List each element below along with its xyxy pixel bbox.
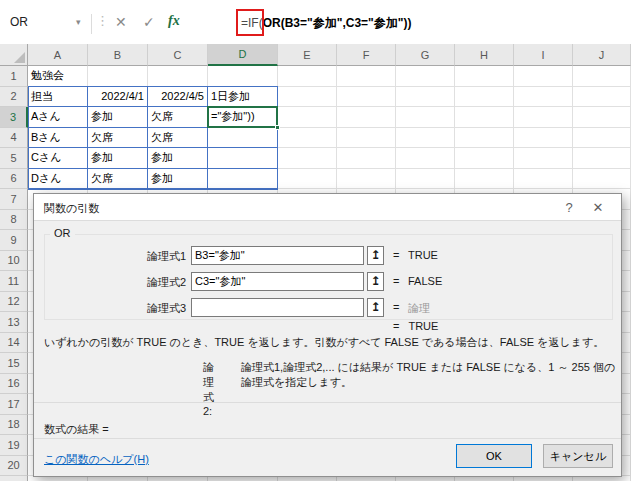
insert-function-icon[interactable]: fx xyxy=(168,13,180,29)
formula-input[interactable]: =IF(OR(B3="参加",C3="参加")) xyxy=(241,15,411,32)
fill-handle[interactable] xyxy=(275,125,280,130)
column-header-F[interactable]: F xyxy=(337,44,396,66)
column-header-I[interactable]: I xyxy=(514,44,573,66)
cell-J6[interactable] xyxy=(573,169,631,190)
cell-J5[interactable] xyxy=(573,148,631,169)
name-box[interactable]: OR xyxy=(10,15,28,29)
row-header-4[interactable]: 4 xyxy=(0,128,28,149)
cell-F4[interactable] xyxy=(337,128,396,149)
row-header-13[interactable]: 13 xyxy=(0,312,28,333)
argument-2-input[interactable] xyxy=(191,272,364,291)
cell-C4[interactable]: 欠席 xyxy=(148,128,208,149)
row-header-9[interactable]: 9 xyxy=(0,230,28,251)
cell-I4[interactable] xyxy=(514,128,573,149)
cell-B3[interactable]: 参加 xyxy=(88,107,148,128)
cell-G6[interactable] xyxy=(396,169,455,190)
cell-G4[interactable] xyxy=(396,128,455,149)
dialog-help-icon[interactable]: ? xyxy=(554,198,584,217)
cell-H5[interactable] xyxy=(455,148,514,169)
row-header-21[interactable]: 21 xyxy=(0,476,28,481)
cell-C5[interactable]: 参加 xyxy=(148,148,208,169)
column-header-D[interactable]: D xyxy=(208,44,278,66)
cell-F5[interactable] xyxy=(337,148,396,169)
row-header-14[interactable]: 14 xyxy=(0,333,28,354)
ok-button[interactable]: OK xyxy=(456,444,532,468)
row-header-6[interactable]: 6 xyxy=(0,169,28,190)
cell-A5[interactable]: Cさん xyxy=(28,148,88,169)
column-header-G[interactable]: G xyxy=(396,44,455,66)
cell-C3[interactable]: 欠席 xyxy=(148,107,208,128)
cell-J2[interactable] xyxy=(573,87,631,108)
cell-H2[interactable] xyxy=(455,87,514,108)
row-header-7[interactable]: 7 xyxy=(0,189,28,210)
cell-H6[interactable] xyxy=(455,169,514,190)
cell-E6[interactable] xyxy=(278,169,337,190)
row-header-2[interactable]: 2 xyxy=(0,87,28,108)
cell-H4[interactable] xyxy=(455,128,514,149)
cancel-button[interactable]: キャンセル xyxy=(543,444,613,468)
cell-D5[interactable] xyxy=(208,148,278,169)
cell-F2[interactable] xyxy=(337,87,396,108)
cell-E2[interactable] xyxy=(278,87,337,108)
argument-3-input[interactable] xyxy=(191,298,364,317)
cell-F3[interactable] xyxy=(337,107,396,128)
cell-B1[interactable] xyxy=(88,66,148,87)
cell-J1[interactable] xyxy=(573,66,631,87)
collapse-dialog-icon[interactable]: ↥ xyxy=(367,246,384,265)
cell-I2[interactable] xyxy=(514,87,573,108)
row-header-17[interactable]: 17 xyxy=(0,394,28,415)
cell-G3[interactable] xyxy=(396,107,455,128)
column-header-A[interactable]: A xyxy=(28,44,88,66)
dialog-close-icon[interactable]: ✕ xyxy=(583,198,613,217)
collapse-dialog-icon[interactable]: ↥ xyxy=(367,298,384,317)
column-header-J[interactable]: J xyxy=(573,44,631,66)
dialog-title-bar[interactable]: 関数の引数 ? ✕ xyxy=(34,194,621,220)
row-header-18[interactable]: 18 xyxy=(0,415,28,436)
row-header-11[interactable]: 11 xyxy=(0,271,28,292)
cell-E4[interactable] xyxy=(278,128,337,149)
cell-I3[interactable] xyxy=(514,107,573,128)
row-header-20[interactable]: 20 xyxy=(0,456,28,477)
cell-J4[interactable] xyxy=(573,128,631,149)
cell-B2[interactable]: 2022/4/1 xyxy=(88,87,148,108)
row-header-1[interactable]: 1 xyxy=(0,66,28,87)
cell-D4[interactable] xyxy=(208,128,278,149)
row-header-12[interactable]: 12 xyxy=(0,292,28,313)
cell-A4[interactable]: Bさん xyxy=(28,128,88,149)
row-header-5[interactable]: 5 xyxy=(0,148,28,169)
cell-G2[interactable] xyxy=(396,87,455,108)
cell-C2[interactable]: 2022/4/5 xyxy=(148,87,208,108)
enter-entry-icon[interactable]: ✓ xyxy=(143,14,155,30)
argument-1-input[interactable] xyxy=(191,246,364,265)
cell-I6[interactable] xyxy=(514,169,573,190)
row-header-8[interactable]: 8 xyxy=(0,210,28,231)
cell-I1[interactable] xyxy=(514,66,573,87)
cell-I5[interactable] xyxy=(514,148,573,169)
cell-A6[interactable]: Dさん xyxy=(28,169,88,190)
cell-C1[interactable] xyxy=(148,66,208,87)
cell-B6[interactable]: 欠席 xyxy=(88,169,148,190)
cell-D2[interactable]: 1日参加 xyxy=(208,87,278,108)
select-all-corner[interactable] xyxy=(0,44,28,66)
cell-J3[interactable] xyxy=(573,107,631,128)
name-box-dropdown-icon[interactable]: ▾ xyxy=(76,17,81,27)
row-header-19[interactable]: 19 xyxy=(0,435,28,456)
cell-A2[interactable]: 担当 xyxy=(28,87,88,108)
cancel-entry-icon[interactable]: ✕ xyxy=(115,14,127,30)
column-header-H[interactable]: H xyxy=(455,44,514,66)
cell-E1[interactable] xyxy=(278,66,337,87)
cell-B4[interactable]: 欠席 xyxy=(88,128,148,149)
cell-D6[interactable] xyxy=(208,169,278,190)
cell-H3[interactable] xyxy=(455,107,514,128)
cell-G5[interactable] xyxy=(396,148,455,169)
cell-H1[interactable] xyxy=(455,66,514,87)
cell-G1[interactable] xyxy=(396,66,455,87)
cell-A1[interactable]: 勉強会 xyxy=(28,66,88,87)
column-header-E[interactable]: E xyxy=(278,44,337,66)
row-header-15[interactable]: 15 xyxy=(0,353,28,374)
cell-E5[interactable] xyxy=(278,148,337,169)
column-header-C[interactable]: C xyxy=(148,44,208,66)
column-header-B[interactable]: B xyxy=(88,44,148,66)
row-header-3[interactable]: 3 xyxy=(0,107,28,128)
function-help-link[interactable]: この関数のヘルプ(H) xyxy=(44,452,149,467)
